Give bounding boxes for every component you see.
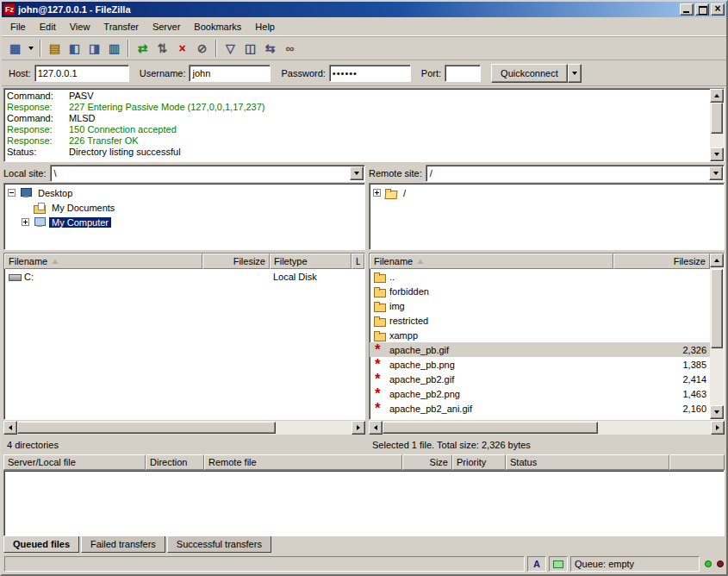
tab-queued-files[interactable]: Queued files	[3, 536, 79, 553]
tree-expander[interactable]	[373, 189, 381, 197]
log-line: Response: 227 Entering Passive Mode (127…	[7, 102, 707, 113]
menu-item[interactable]: Server	[146, 18, 187, 35]
remote-site-dropdown-button[interactable]	[709, 166, 723, 180]
tree-item-my-documents[interactable]: My Documents	[6, 200, 363, 215]
tree-item-root[interactable]: /	[371, 185, 722, 200]
maximize-button[interactable]	[695, 3, 709, 16]
process-queue-button[interactable]: ⇅	[152, 39, 172, 58]
site-manager-button[interactable]: ▦	[5, 39, 25, 58]
local-site-dropdown-button[interactable]	[350, 166, 364, 180]
scroll-down-button[interactable]	[710, 405, 724, 419]
quickconnect-bar: Host: Username: Password: Port: Quickcon…	[2, 60, 726, 86]
password-input[interactable]	[329, 65, 411, 82]
scroll-track[interactable]	[17, 421, 352, 435]
scroll-right-button[interactable]	[352, 421, 365, 435]
file-row[interactable]: apache_pb.gif 2,326	[370, 342, 710, 357]
host-input[interactable]	[34, 65, 129, 82]
scroll-left-button[interactable]	[3, 421, 17, 435]
scroll-track[interactable]	[383, 421, 711, 435]
local-site-combo[interactable]: \	[50, 165, 365, 182]
scroll-thumb[interactable]	[17, 422, 276, 434]
remote-horizontal-scrollbar[interactable]	[369, 421, 725, 435]
quickconnect-dropdown-button[interactable]	[568, 64, 582, 83]
file-row[interactable]: ..	[370, 269, 710, 284]
toggle-transfer-queue-button[interactable]: ▥	[104, 39, 124, 58]
column-header-filetype[interactable]: Filetype	[270, 254, 352, 269]
queue-list[interactable]	[3, 470, 725, 536]
remote-site-value: /	[426, 168, 708, 178]
find-icon: ∞	[286, 40, 295, 57]
log-scrollbar[interactable]	[710, 89, 724, 161]
refresh-button[interactable]: ⇄	[133, 39, 152, 58]
file-row[interactable]: xampp	[370, 328, 710, 342]
cancel-button[interactable]: ×	[172, 39, 192, 58]
scroll-right-button[interactable]	[711, 421, 725, 435]
ascii-mode-icon	[533, 559, 540, 569]
menu-item[interactable]: Bookmarks	[187, 18, 248, 35]
disconnect-button[interactable]: ⊘	[192, 39, 212, 58]
menu-item[interactable]: Edit	[33, 18, 63, 35]
process-queue-icon: ⇅	[158, 40, 168, 57]
log-line: Response: 226 Transfer OK	[7, 135, 707, 147]
tree-item-desktop[interactable]: Desktop	[6, 185, 363, 200]
menu-item[interactable]: View	[63, 18, 97, 35]
file-row[interactable]: apache_pb2_ani.gif 2,160	[370, 401, 710, 416]
toggle-message-log-button[interactable]: ▤	[45, 39, 65, 58]
column-header-server-local-file[interactable]: Server/Local file	[3, 454, 146, 470]
scroll-thumb[interactable]	[711, 269, 723, 348]
compare-button[interactable]: ◫	[240, 39, 260, 58]
scroll-track[interactable]	[710, 103, 724, 147]
scroll-up-button[interactable]	[710, 254, 724, 267]
message-log: Command: PASV Response: 227 Entering Pas…	[3, 88, 725, 162]
log-line-type: Response:	[7, 124, 69, 135]
scroll-up-button[interactable]	[710, 89, 724, 103]
menu-item[interactable]: Transfer	[96, 18, 146, 35]
toggle-remote-tree-button[interactable]: ◨	[84, 39, 104, 58]
file-row[interactable]: C: Local Disk	[4, 269, 364, 284]
tree-item-my-computer[interactable]: My Computer	[6, 215, 363, 229]
scroll-left-button[interactable]	[369, 421, 383, 435]
scroll-thumb[interactable]	[383, 422, 598, 434]
column-header-filesize[interactable]: Filesize	[613, 254, 710, 269]
sort-indicator-icon	[52, 260, 59, 264]
log-line: Command: MLSD	[7, 113, 707, 124]
column-header-direction[interactable]: Direction	[146, 454, 204, 470]
folder-icon	[373, 315, 387, 327]
tree-expander[interactable]	[22, 218, 29, 226]
file-row[interactable]: forbidden	[370, 284, 710, 298]
username-input[interactable]	[189, 65, 271, 82]
scroll-down-button[interactable]	[710, 147, 724, 161]
column-header-priority[interactable]: Priority	[452, 454, 506, 470]
column-header-filesize[interactable]: Filesize	[202, 254, 270, 269]
filter-button[interactable]: ▽	[221, 39, 240, 58]
minimize-button[interactable]	[680, 3, 694, 16]
file-row[interactable]: img	[370, 298, 710, 313]
port-input[interactable]	[445, 65, 481, 82]
column-header-last-modified[interactable]: Last modified	[352, 254, 364, 269]
file-row[interactable]: apache_pb.png 1,385	[370, 357, 710, 372]
find-button[interactable]: ∞	[280, 39, 300, 58]
tree-expander[interactable]	[8, 189, 16, 197]
scroll-thumb[interactable]	[711, 103, 723, 134]
quickconnect-button[interactable]: Quickconnect	[491, 64, 568, 83]
remote-vertical-scrollbar[interactable]	[710, 254, 724, 419]
close-button[interactable]	[711, 3, 725, 16]
file-row[interactable]: restricted	[370, 313, 710, 328]
menu-item[interactable]: File	[3, 18, 33, 35]
column-header-remote-file[interactable]: Remote file	[204, 454, 402, 470]
toggle-local-tree-button[interactable]: ◧	[65, 39, 84, 58]
site-manager-dropdown-button[interactable]	[25, 39, 36, 58]
file-row[interactable]: apache_pb2.png 1,463	[370, 386, 710, 401]
column-header-size[interactable]: Size	[402, 454, 452, 470]
file-row[interactable]: apache_pb2.gif 2,414	[370, 372, 710, 386]
sync-browse-button[interactable]: ⇆	[260, 39, 280, 58]
scroll-track[interactable]	[710, 267, 724, 405]
column-header-filename[interactable]: Filename	[370, 254, 613, 269]
column-header-status[interactable]: Status	[506, 454, 669, 470]
column-header-filename[interactable]: Filename	[4, 254, 202, 269]
local-horizontal-scrollbar[interactable]	[3, 421, 365, 435]
remote-site-combo[interactable]: /	[426, 165, 725, 182]
menu-item[interactable]: Help	[248, 18, 282, 35]
tab-failed-transfers[interactable]: Failed transfers	[81, 536, 165, 553]
tab-successful-transfers[interactable]: Successful transfers	[167, 536, 271, 553]
